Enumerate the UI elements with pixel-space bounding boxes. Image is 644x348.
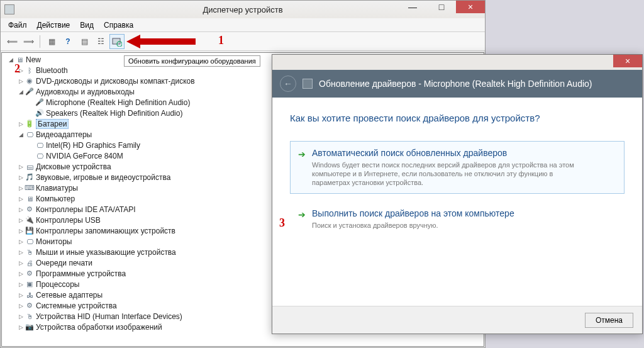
dialog-footer: Отмена [272,306,642,334]
back-icon[interactable]: ← [280,76,296,92]
bat-icon: 🔋 [25,120,35,128]
dialog-close-button[interactable]: × [613,55,642,67]
red-arrow-annotation [126,35,196,48]
cpu-icon: ▣ [25,280,35,289]
toolbar-separator [40,35,40,48]
expand-icon[interactable]: ◢ [17,89,25,95]
tree-node-label: Устройства обработки изображений [36,323,162,332]
option-description: Windows будет вести поиск последних верс… [312,160,589,187]
tree-node-label: Дисковые устройства [36,162,111,171]
list-icon[interactable]: ☷ [93,34,108,49]
menu-file[interactable]: Файл [3,20,32,31]
menu-action[interactable]: Действие [32,20,75,31]
net-icon: 🖧 [25,291,35,300]
expand-icon[interactable]: ▷ [17,78,25,84]
annotation-marker-3: 3 [279,216,285,230]
option-description: Поиск и установка драйверов вручную. [312,221,514,230]
close-button[interactable]: × [456,1,485,13]
expand-icon[interactable]: ▷ [17,260,25,266]
tree-node-label: Microphone (Realtek High Definition Audi… [46,98,190,107]
expand-icon[interactable]: ◢ [7,57,14,63]
disp-icon: 🖵 [25,130,35,139]
tree-node-label: Мыши и иные указывающие устройства [36,248,176,257]
expand-icon[interactable]: ▷ [17,228,25,234]
cancel-button[interactable]: Отмена [585,313,633,328]
tree-node-label: Контроллеры IDE ATA/ATAPI [36,205,136,214]
annotation-marker-1: 1 [218,34,224,47]
tree-node-label: DVD-дисководы и дисководы компакт-дисков [36,77,195,86]
menubar: Файл Действие Вид Справка [1,18,485,32]
mic-icon: 🎤 [35,98,45,107]
expand-icon[interactable]: ▷ [17,313,25,320]
tree-node-label: Очереди печати [36,259,92,267]
tree-node-label: Сетевые адаптеры [36,291,103,300]
svg-marker-2 [126,35,196,48]
device-icon [303,79,313,89]
search-automatically-option[interactable]: ➔ Автоматический поиск обновленных драйв… [290,141,625,194]
dialog-title: Обновление драйверов - Microphone (Realt… [319,79,592,89]
expand-icon[interactable]: ▷ [17,249,25,255]
tree-node-label: Процессоры [36,280,80,289]
expand-icon[interactable]: ▷ [17,281,25,288]
gpu-icon: 🖵 [35,141,45,150]
tree-node-label: Intel(R) HD Graphics Family [46,141,140,150]
mon-icon: 🖵 [25,237,35,246]
tree-node-label: Звуковые, игровые и видеоустройства [36,173,170,182]
tree-node-label: Мониторы [36,237,72,246]
expand-icon[interactable]: ▷ [17,303,25,309]
stor-icon: 💾 [25,227,35,235]
tree-node-label: Устройства HID (Human Interface Devices) [36,312,182,321]
annotation-marker-2: 2 [14,62,20,76]
expand-icon[interactable]: ▷ [17,185,25,191]
back-button[interactable]: ⟸ [4,34,19,49]
forward-button[interactable]: ⟹ [21,34,36,49]
usb-icon: 🔌 [25,216,35,225]
expand-icon[interactable]: ▷ [17,292,25,298]
help-icon[interactable]: ? [60,34,75,49]
tree-node-label: Компьютер [36,194,75,203]
tree-node-label: Speakers (Realtek High Definition Audio) [46,109,182,118]
bt-icon: ᛒ [25,66,35,75]
tree-node-label: Клавиатуры [36,184,78,193]
dialog-header: ← Обновление драйверов - Microphone (Rea… [272,70,642,98]
tree-node-label: Батареи [36,119,69,129]
img-icon: 📷 [25,323,35,332]
tree-node-label: NVIDIA GeForce 840M [46,152,123,160]
ide-icon: ⚙ [25,205,35,214]
spk-icon: 🔊 [35,109,45,118]
expand-icon[interactable]: ▷ [17,239,25,245]
arrow-right-icon: ➔ [298,149,306,187]
hdd-icon: 🖴 [25,162,35,171]
audio-icon: 🎤 [25,87,35,96]
menu-help[interactable]: Справка [99,20,138,31]
browse-computer-option[interactable]: ➔ Выполнить поиск драйверов на этом комп… [290,201,625,237]
tree-node-label: Видеоадаптеры [36,130,92,139]
maximize-button[interactable]: □ [427,1,456,13]
sys-icon: ⚙ [25,301,35,310]
expand-icon[interactable]: ▷ [17,206,25,213]
tree-node-label: Аудиовходы и аудиовыходы [36,87,135,96]
tree-node-label: Программные устройства [36,269,126,278]
expand-icon[interactable]: ▷ [17,324,25,330]
expand-icon[interactable]: ▷ [17,174,25,181]
grid-icon[interactable]: ▦ [44,34,59,49]
expand-icon[interactable]: ▷ [17,121,25,127]
option-title: Автоматический поиск обновленных драйвер… [312,148,589,158]
expand-icon[interactable]: ▷ [17,196,25,202]
minimize-button[interactable]: — [398,1,427,13]
tree-node-label: Контроллеры USB [36,216,101,225]
scan-hardware-button[interactable] [109,34,125,49]
tree-node-label: Bluetooth [36,66,68,75]
window-title: Диспетчер устройств [203,5,282,14]
menu-view[interactable]: Вид [75,20,99,31]
snd-icon: 🎵 [25,173,35,182]
expand-icon[interactable]: ▷ [17,164,25,170]
sw-icon: ⚙ [25,269,35,278]
dialog-titlebar: × [272,55,642,70]
expand-icon[interactable]: ▷ [17,271,25,277]
tree-node-label: Контроллеры запоминающих устройств [36,227,175,235]
expand-icon[interactable]: ◢ [17,132,25,138]
expand-icon[interactable]: ▷ [17,217,25,223]
props-icon[interactable]: ▤ [77,34,92,49]
hid-icon: 🖱 [25,312,35,321]
